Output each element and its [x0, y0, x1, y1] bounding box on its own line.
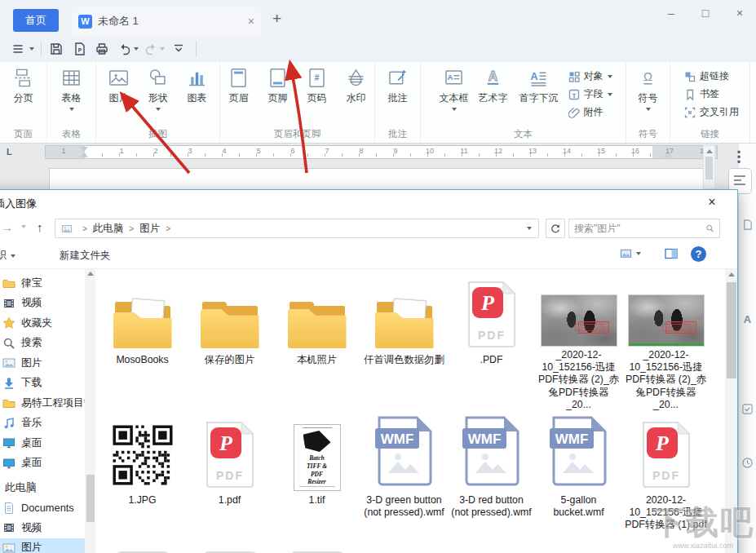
document-tab[interactable]: W 未命名 1 × [72, 7, 261, 36]
file-item[interactable]: 仟首调色数据勿删 [360, 271, 448, 411]
redo-icon[interactable] [144, 42, 158, 56]
sidebar-item-律宝[interactable]: 律宝 [0, 273, 85, 294]
view-mode-button[interactable] [619, 247, 641, 259]
sidebar-item-视频[interactable]: 视频 [0, 518, 85, 538]
ribbon-button-pagenum[interactable]: #页码 [298, 67, 337, 105]
ribbon-button-bookmark[interactable]: 书签 [684, 87, 739, 101]
file-grid-scrollbar[interactable] [725, 269, 737, 553]
sidebar-item-易特工程项目管理[interactable]: 易特工程项目管理 [0, 393, 85, 414]
sidebar-item-此电脑[interactable]: 此电脑 [0, 478, 85, 498]
sidebar-item-视频[interactable]: 视频 [0, 294, 85, 314]
file-item[interactable]: 1.JPG [99, 411, 186, 551]
horizontal-ruler[interactable]: 1123456789101112131415161718 [45, 145, 718, 159]
sidebar-item-Documents[interactable]: Documents [0, 498, 85, 519]
file-item[interactable]: PPDF2020-12-10_152156-迅捷PDF转换器 (1).pdf [622, 411, 710, 551]
file-item[interactable]: 保存的图片 [186, 271, 273, 411]
pane-doc-icon[interactable] [741, 219, 754, 231]
first-line-indent-marker[interactable] [80, 147, 88, 152]
sidebar-item-搜索[interactable]: 搜索 [0, 334, 85, 354]
ribbon-button-chart[interactable]: 图表 [178, 67, 217, 105]
ribbon-button-object[interactable]: 对象 [568, 69, 612, 83]
close-tab-icon[interactable]: × [248, 15, 254, 28]
menu-caret-icon[interactable] [29, 47, 34, 51]
save-icon[interactable] [49, 42, 64, 56]
dropdown-caret-icon[interactable] [69, 108, 74, 111]
breadcrumb-this-pc[interactable]: 此电脑 [93, 222, 124, 236]
home-tab[interactable]: 首页 [13, 9, 59, 32]
file-item[interactable]: PPDF.PDF [448, 271, 535, 411]
sidebar-scrollbar[interactable] [85, 269, 95, 553]
file-item[interactable]: _2020-12-10_152156-迅捷PDF转换器 (2)_赤兔PDF转换器… [535, 271, 622, 411]
organize-button[interactable]: 组织 [0, 249, 15, 263]
file-item[interactable]: WMF3-D green button (not pressed).wmf [360, 411, 448, 551]
undo-icon[interactable] [117, 42, 132, 56]
minimize-button[interactable]: – [663, 7, 679, 20]
hanging-indent-marker[interactable] [80, 153, 88, 157]
ribbon-button-shapes[interactable]: 形状 [139, 67, 178, 111]
collapse-ribbon-icon[interactable] [171, 42, 186, 56]
help-button[interactable]: ? [691, 246, 706, 262]
pane-check-icon[interactable] [741, 403, 754, 415]
print-icon[interactable] [95, 42, 109, 56]
ribbon-button-comment[interactable]: 批注 [378, 67, 418, 105]
ribbon-button-header[interactable]: 页眉 [219, 67, 259, 105]
dialog-title-bar[interactable]: 插入图像 × [0, 190, 737, 215]
document-scrollbar[interactable] [703, 145, 715, 189]
file-item[interactable]: WMF3-D red button (not pressed).wmf [448, 411, 535, 551]
ribbon-button-crossref[interactable]: 交叉引用 [684, 105, 739, 119]
dropdown-caret-icon[interactable] [452, 108, 457, 111]
refresh-button[interactable] [546, 219, 565, 238]
new-folder-button[interactable]: 新建文件夹 [60, 249, 111, 263]
export-pdf-icon[interactable]: P [72, 42, 86, 56]
file-item[interactable]: 本机照片 [273, 271, 360, 411]
dropdown-caret-icon[interactable] [608, 93, 612, 96]
new-tab-button[interactable]: + [272, 10, 281, 28]
ribbon-button-watermark[interactable]: 水印 [337, 67, 376, 105]
dialog-close-icon[interactable]: × [705, 195, 719, 210]
sidebar-item-桌面[interactable]: 桌面 [0, 433, 85, 453]
breadcrumb-pictures[interactable]: 图片 [139, 222, 160, 236]
ribbon-button-hyperlink[interactable]: 超链接 [684, 69, 739, 83]
undo-caret-icon[interactable] [134, 47, 139, 51]
ribbon-button-footer[interactable]: 页脚 [259, 67, 298, 105]
ribbon-button-field[interactable]: T字段 [568, 87, 612, 101]
ribbon-button-textbox[interactable]: A文本框 [435, 67, 474, 111]
file-item[interactable]: MosoBooks [99, 271, 186, 411]
tab-stop-selector[interactable]: L [7, 147, 12, 157]
sidebar-item-图片[interactable]: 图片 [0, 538, 85, 553]
pane-style-icon[interactable]: A [741, 313, 754, 325]
preview-pane-button[interactable] [664, 247, 679, 263]
file-item[interactable]: BatchTIFF &PDFResizer1.tif [273, 411, 360, 551]
ribbon-button-pagebreak[interactable]: 分页 [4, 67, 43, 105]
ribbon-button-table[interactable]: 表格 [52, 67, 91, 111]
breadcrumb-caret-icon[interactable] [527, 227, 532, 230]
breadcrumb[interactable]: > 此电脑 > 图片 > [55, 219, 539, 238]
sidebar-item-收藏夹[interactable]: 收藏夹 [0, 313, 85, 334]
history-caret-icon[interactable] [21, 225, 26, 228]
ribbon-button-picture[interactable]: 图片 [99, 67, 139, 105]
sidebar-item-音乐[interactable]: 音乐 [0, 414, 85, 434]
file-item[interactable]: _2020-12-10_152156-迅捷PDF转换器 (2)_赤兔PDF转换器… [622, 271, 710, 411]
menu-icon[interactable] [11, 42, 26, 56]
scroll-up-icon[interactable] [706, 149, 713, 153]
more-tools-icon[interactable]: ••• [733, 150, 745, 165]
ribbon-button-dropcap[interactable]: A首字下沉 [513, 67, 565, 105]
sidebar-item-桌面[interactable]: 桌面 [0, 453, 85, 474]
up-icon[interactable]: ↑ [37, 220, 43, 234]
ribbon-button-symbol[interactable]: Ω符号 [629, 67, 668, 111]
search-input[interactable] [569, 223, 705, 234]
close-window-button[interactable]: × [732, 7, 748, 20]
ribbon-button-wordart[interactable]: A艺术字 [474, 67, 513, 105]
maximize-button[interactable]: □ [697, 7, 714, 20]
file-item[interactable]: PPDF1.pdf [186, 411, 273, 551]
dropdown-caret-icon[interactable] [608, 75, 612, 78]
sidebar-item-图片[interactable]: 图片 [0, 353, 85, 374]
forward-icon[interactable]: → [1, 220, 13, 234]
redo-caret-icon[interactable] [160, 47, 165, 51]
pane-clock-icon[interactable] [741, 457, 754, 469]
sidebar-item-下载[interactable]: 下载 [0, 374, 85, 394]
dropdown-caret-icon[interactable] [156, 108, 161, 111]
file-item[interactable]: WMF5-gallon bucket.wmf [535, 411, 622, 551]
dropdown-caret-icon[interactable] [646, 108, 651, 111]
ribbon-button-attach[interactable]: 附件 [568, 105, 612, 119]
